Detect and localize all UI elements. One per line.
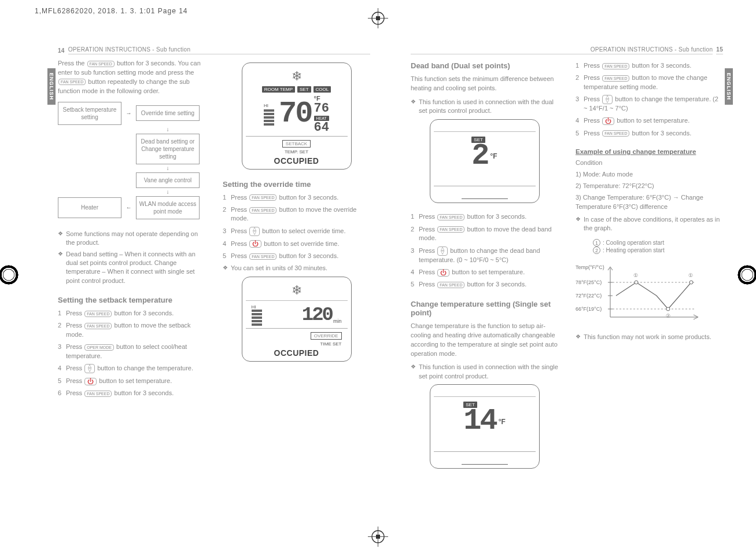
power-icon: ⏻ [437,269,449,277]
list-item: Press FAN SPEED button to move the dead … [411,225,558,243]
lcd-deadband: SET 2 °F [430,119,540,204]
lcd-occupied: OCCUPIED [246,156,348,165]
fan-bars-icon [264,109,274,126]
fan-speed-icon: FAN SPEED [87,61,115,67]
page-15: OPERATION INSTRUCTIONS - Sub function 15… [411,46,723,478]
fan-speed-icon: FAN SPEED [84,323,112,329]
flow-box-heater: Heater [58,197,121,218]
flow-box-vane: Vane angle control [136,172,200,188]
lcd-heat-temp: 64 [314,122,329,134]
lcd-cool-temp: 76 [314,103,329,115]
fan-speed-icon: FAN SPEED [58,79,86,85]
intro-text: Press the FAN SPEED button for 3 seconds… [58,59,205,96]
list-item: Press △▽ button to select override time. [223,227,370,236]
oper-mode-icon: OPER MODE [84,344,114,351]
snowflake-icon: ❄ [292,69,302,83]
svg-text:①: ① [688,273,693,278]
flow-box-deadband: Dead band setting or Change temperature … [136,134,200,164]
setback-title: Setting the setback temperature [58,296,205,304]
override-steps: Press FAN SPEED button for 3 seconds. Pr… [223,193,370,261]
setback-steps: Press FAN SPEED button for 3 seconds. Pr… [58,309,205,398]
lcd-deadband-temp: 2 [471,143,488,170]
list-item: Press FAN SPEED button for 3 seconds. [411,280,558,289]
lcd-tempset-label: TEMP. SET [285,149,308,154]
note-some-functions: Some functions may not operate depending… [58,230,205,248]
lcd-degf: °F [491,152,497,160]
example-heading: Example of using change temperature [576,148,723,155]
list-item: Press FAN SPEED button for 3 seconds. [223,193,370,202]
fan-speed-icon: FAN SPEED [437,226,464,233]
temp-arrows-icon: △▽ [249,227,260,236]
changetemp-desc: Change temperature is the function to se… [411,322,558,359]
lcd-changetemp: SET 14 °F [430,384,540,469]
graph-t78: 78°F(25°C) [576,279,602,285]
list-item: Press FAN SPEED button for 3 seconds. [58,309,205,318]
left-col1: Press the FAN SPEED button for 3 seconds… [58,59,205,402]
language-tab-right: ENGLISH [725,68,733,105]
legend-cooling: 1: Cooling operation start [593,239,723,246]
list-item: Press ⏻ button to set override time. [223,240,370,248]
svg-point-16 [689,281,693,284]
registration-mark-bottom [368,527,388,548]
page-header-left: 14 OPERATION INSTRUCTIONS - Sub function [58,46,370,54]
circle-2-icon: 2 [593,246,600,254]
lcd-blank-line [462,454,508,465]
list-item: Press ⏻ button to set temperature. [58,377,205,385]
lcd-roomtemp-label: ROOM TEMP [262,86,295,93]
lcd-occupied: OCCUPIED [246,348,348,358]
lcd-changetemp-val: 14 [463,408,496,435]
fan-speed-icon: FAN SPEED [437,214,464,220]
lcd-timeset-label: TIME SET [320,341,342,347]
example-c2: 2) Temperature: 72°F(22°C) [576,182,723,191]
graph-t66: 66°F(19°C) [576,306,602,312]
temperature-graph: Temp(°F/°C) 78°F(25°C) 72°F(22°C) 66°F(1… [576,262,723,327]
lcd-degf: °F [499,418,506,426]
list-item: Press FAN SPEED button for 3 seconds. [576,129,723,138]
page-14: 14 OPERATION INSTRUCTIONS - Sub function… [58,46,370,402]
legend-heating: 2: Heating operation start [593,246,723,254]
deadband-steps: Press FAN SPEED button for 3 seconds. Pr… [411,212,558,289]
side-mark-right [736,263,756,286]
lcd-setback: ❄ ROOM TEMP SET COOL HI [242,62,352,170]
snowflake-icon: ❄ [292,283,302,297]
temp-arrows-icon: △▽ [437,246,448,256]
list-item: Press △▽ button to change the temperatur… [58,364,205,373]
example-footnote: This function may not work in some produ… [576,333,723,341]
deadband-desc: This function sets the minimum differenc… [411,75,558,93]
left-col2: ❄ ROOM TEMP SET COOL HI [223,59,370,402]
flow-box-override: Override time setting [136,105,200,121]
override-title: Setting the override time [223,180,370,189]
lcd-hi-label: HI [252,304,264,310]
page-number: 15 [716,46,723,54]
list-item: Press FAN SPEED button to move the overr… [223,205,370,223]
example-c3: 3) Change Temperature: 6°F(3°C) → Change… [576,193,723,212]
power-icon: ⏻ [602,117,614,125]
fan-speed-icon: FAN SPEED [84,311,112,317]
list-item: Press FAN SPEED button for 3 seconds. [223,252,370,260]
list-item: Press △▽ button to change the temperatur… [576,95,723,113]
changetemp-title: Change temperature setting (Single set p… [411,300,558,317]
list-item: Press FAN SPEED button to move the setba… [58,321,205,339]
registration-mark-top [368,8,388,30]
svg-text:②: ② [666,313,670,319]
flow-box-wlan: WLAN module access point mode [136,196,200,219]
changetemp-note: This function is used in connection with… [411,363,558,381]
arrow-right-icon: → [121,110,136,116]
example-condition: Condition [576,159,723,168]
list-item: Press ⏻ button to set temperature. [411,268,558,277]
override-note: You can set in units of 30 minutes. [223,264,370,273]
list-item: Press FAN SPEED button for 3 seconds. [576,61,723,70]
list-item: Press FAN SPEED button to move the chang… [576,73,723,91]
fan-speed-icon: FAN SPEED [602,75,629,82]
lcd-hi-label: HI [264,103,276,108]
lcd-override: ❄ HI 120 min [242,277,352,362]
lcd-override-label: OVERRIDE [311,332,342,340]
svg-point-15 [635,281,638,284]
right-col2: Press FAN SPEED button for 3 seconds. Pr… [576,59,723,478]
circle-1-icon: 1 [593,239,600,246]
fan-speed-icon: FAN SPEED [249,253,276,260]
example-c1: 1) Mode: Auto mode [576,170,723,179]
list-item: Press △▽ button to change the dead band … [411,246,558,264]
fan-speed-icon: FAN SPEED [437,282,464,288]
note-deadband: Dead band setting – When it connects wit… [58,250,205,286]
